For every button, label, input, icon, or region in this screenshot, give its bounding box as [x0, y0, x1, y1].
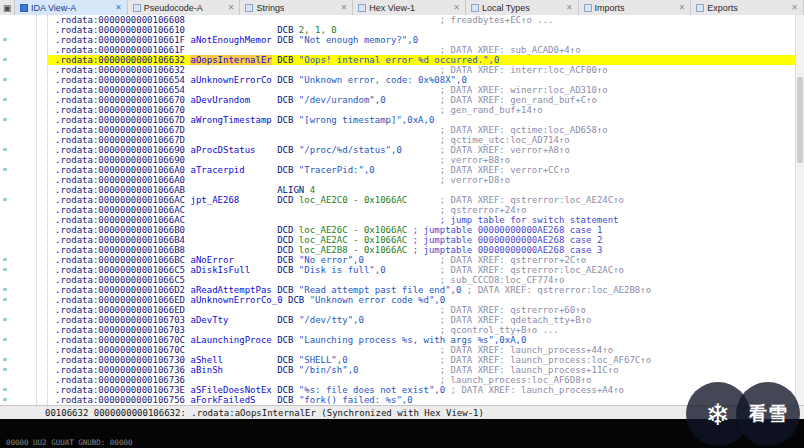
tab-hex-view-1[interactable]: Hex View-1✕: [353, 0, 466, 15]
tab-close-icon[interactable]: ✕: [791, 3, 798, 12]
listing-line[interactable]: .rodata:0000000000106608 ; freadbytes+EC…: [47, 15, 795, 25]
string-literal[interactable]: "/bin/sh",0: [299, 365, 359, 375]
comment[interactable]: ; DATA XREF: launch_process+44↑o: [440, 345, 613, 355]
keyword[interactable]: DCB: [277, 365, 293, 375]
comment[interactable]: ; DATA XREF: launch_process+11C↑o: [440, 365, 619, 375]
comment[interactable]: ; qstrerror+24↑o: [440, 205, 527, 215]
address[interactable]: .rodata:000000000010667D: [55, 115, 185, 125]
string-literal[interactable]: "Not enough memory?",0: [299, 35, 418, 45]
operand[interactable]: loc_AE26C - 0x1066AC: [299, 225, 407, 235]
string-literal[interactable]: "TracerPid:",0: [299, 165, 375, 175]
string-literal[interactable]: "Read attempt past file end",0: [299, 285, 462, 295]
string-literal[interactable]: "Oops! internal error %d occurred.",0: [299, 55, 499, 65]
listing-line[interactable]: .rodata:00000000001066AB ALIGN 4: [47, 185, 795, 195]
listing-line[interactable]: .rodata:000000000010670C ; DATA XREF: la…: [47, 345, 795, 355]
listing-line[interactable]: .rodata:00000000001066ED aUnknownErrorCo…: [47, 295, 795, 305]
listing-line[interactable]: .rodata:00000000001066D2 aReadAttemptPas…: [47, 285, 795, 295]
keyword[interactable]: DCB: [277, 285, 293, 295]
string-literal[interactable]: "%s: file does not exist",0: [299, 385, 445, 395]
tab-close-icon[interactable]: ✕: [115, 3, 122, 12]
scrollbar-thumb[interactable]: [797, 77, 803, 163]
tab-local-types[interactable]: Local Types✕: [466, 0, 579, 15]
address[interactable]: .rodata:000000000010661F: [55, 35, 185, 45]
comment[interactable]: ; gen_rand_buf+14↑o: [440, 105, 543, 115]
comment[interactable]: ; DATA XREF: qstrerror+60↑o: [440, 305, 586, 315]
address[interactable]: .rodata:0000000000106632: [55, 65, 185, 75]
keyword[interactable]: DCB: [288, 295, 304, 305]
listing-line[interactable]: .rodata:0000000000106703 ; qcontrol_tty+…: [47, 325, 795, 335]
address[interactable]: .rodata:000000000010667D: [55, 125, 185, 135]
address[interactable]: .rodata:00000000001066AB: [55, 185, 185, 195]
tab-strings[interactable]: Strings✕: [240, 0, 353, 15]
string-literal[interactable]: "fork() failed: %s",0: [299, 395, 413, 405]
comment[interactable]: ; DATA XREF: winerr:loc_AD310↑o: [440, 85, 608, 95]
listing-line[interactable]: .rodata:00000000001066C5 ; sub_CCCD8:loc…: [47, 275, 795, 285]
comment[interactable]: ; DATA XREF: qstrerror+2C↑o: [440, 255, 586, 265]
address[interactable]: .rodata:00000000001066ED: [55, 295, 185, 305]
keyword[interactable]: DCD: [277, 235, 293, 245]
keyword[interactable]: DCB: [277, 95, 293, 105]
listing-line[interactable]: .rodata:000000000010667D ; qctime_utc:lo…: [47, 135, 795, 145]
keyword[interactable]: DCB: [277, 355, 293, 365]
symbol-name[interactable]: aSFileDoesNotEx: [190, 385, 271, 395]
tab-exports[interactable]: Exports✕: [691, 0, 804, 15]
address[interactable]: .rodata:0000000000106608: [55, 15, 185, 25]
address[interactable]: .rodata:000000000010661F: [55, 45, 185, 55]
address[interactable]: .rodata:00000000001066B8: [55, 245, 185, 255]
keyword[interactable]: DCD: [277, 245, 293, 255]
symbol-name[interactable]: aWrongTimestamp: [190, 115, 271, 125]
listing-line[interactable]: .rodata:000000000010661F ; DATA XREF: su…: [47, 45, 795, 55]
tab-close-icon[interactable]: ✕: [679, 3, 686, 12]
address[interactable]: .rodata:0000000000106730: [55, 355, 185, 365]
symbol-name[interactable]: aNoError: [190, 255, 233, 265]
comment[interactable]: ; DATA XREF: qctime:loc_AD658↑o: [440, 125, 608, 135]
address[interactable]: .rodata:0000000000106654: [55, 85, 185, 95]
listing-line[interactable]: .rodata:0000000000106670 aDevUrandom DCB…: [47, 95, 795, 105]
keyword[interactable]: DCB: [277, 335, 293, 345]
address[interactable]: .rodata:00000000001066BC: [55, 255, 185, 265]
symbol-name[interactable]: aOopsInternalEr: [190, 55, 271, 65]
keyword[interactable]: DCB: [277, 265, 293, 275]
listing-line[interactable]: .rodata:0000000000106736 aBinSh DCB "/bi…: [47, 365, 795, 375]
symbol-name[interactable]: aForkFailedS: [190, 395, 255, 405]
comment[interactable]: ; DATA XREF: qstrerror:loc_AE2B8↑o: [467, 285, 651, 295]
comment[interactable]: ; DATA XREF: verror+CC↑o: [440, 165, 570, 175]
comment[interactable]: ; DATA XREF: launch_process:loc_AF67C↑o: [440, 355, 651, 365]
address[interactable]: .rodata:0000000000106610: [55, 25, 185, 35]
string-literal[interactable]: "/dev/tty",0: [299, 315, 364, 325]
listing-line[interactable]: .rodata:000000000010673E aSFileDoesNotEx…: [47, 385, 795, 395]
symbol-name[interactable]: aDevTty: [190, 315, 228, 325]
listing-line[interactable]: .rodata:000000000010670C aLaunchingProce…: [47, 335, 795, 345]
listing-line[interactable]: .rodata:0000000000106610 DCB 2, 1, 0: [47, 25, 795, 35]
listing-line[interactable]: .rodata:0000000000106736 ; launch_proces…: [47, 375, 795, 385]
symbol-name[interactable]: aProcDStatus: [190, 145, 255, 155]
operand[interactable]: loc_AE2C0 - 0x1066AC: [299, 195, 407, 205]
symbol-name[interactable]: aDiskIsFull: [190, 265, 250, 275]
listing-line[interactable]: .rodata:0000000000106670 ; gen_rand_buf+…: [47, 105, 795, 115]
address[interactable]: .rodata:0000000000106654: [55, 75, 185, 85]
listing-line[interactable]: .rodata:0000000000106703 aDevTty DCB "/d…: [47, 315, 795, 325]
listing-line[interactable]: .rodata:0000000000106632 aOopsInternalEr…: [47, 55, 795, 65]
disassembly-listing[interactable]: .rodata:0000000000106608 ; freadbytes+EC…: [0, 15, 795, 405]
listing-line[interactable]: .rodata:0000000000106632 ; DATA XREF: in…: [47, 65, 795, 75]
address[interactable]: .rodata:00000000001066AC: [55, 215, 185, 225]
string-literal[interactable]: "Unknown error, code: 0x%08X",0: [299, 75, 467, 85]
tab-close-icon[interactable]: ✕: [453, 3, 460, 12]
listing-line[interactable]: .rodata:00000000001066A0 aTracerpid DCB …: [47, 165, 795, 175]
keyword[interactable]: DCB: [277, 35, 293, 45]
comment[interactable]: ; DATA XREF: gen_rand_buf+C↑o: [440, 95, 597, 105]
comment[interactable]: ; jumptable 00000000000AE268 case 1: [413, 225, 603, 235]
address[interactable]: .rodata:0000000000106703: [55, 325, 185, 335]
keyword[interactable]: DCD: [277, 225, 293, 235]
symbol-name[interactable]: aNotEnoughMemor: [190, 35, 271, 45]
address[interactable]: .rodata:00000000001066AC: [55, 205, 185, 215]
number[interactable]: 2, 1, 0: [299, 25, 337, 35]
listing-line[interactable]: .rodata:0000000000106654 ; DATA XREF: wi…: [47, 85, 795, 95]
listing-line[interactable]: .rodata:00000000001066B8 DCD loc_AE2B8 -…: [47, 245, 795, 255]
operand[interactable]: loc_AE2AC - 0x1066AC: [299, 235, 407, 245]
address[interactable]: .rodata:00000000001066D2: [55, 285, 185, 295]
comment[interactable]: ; DATA XREF: qstrerror:loc_AE2AC↑o: [440, 265, 624, 275]
keyword[interactable]: DCB: [277, 395, 293, 405]
string-literal[interactable]: "[wrong timestamp]",0xA,0: [299, 115, 434, 125]
keyword[interactable]: DCD: [277, 195, 293, 205]
